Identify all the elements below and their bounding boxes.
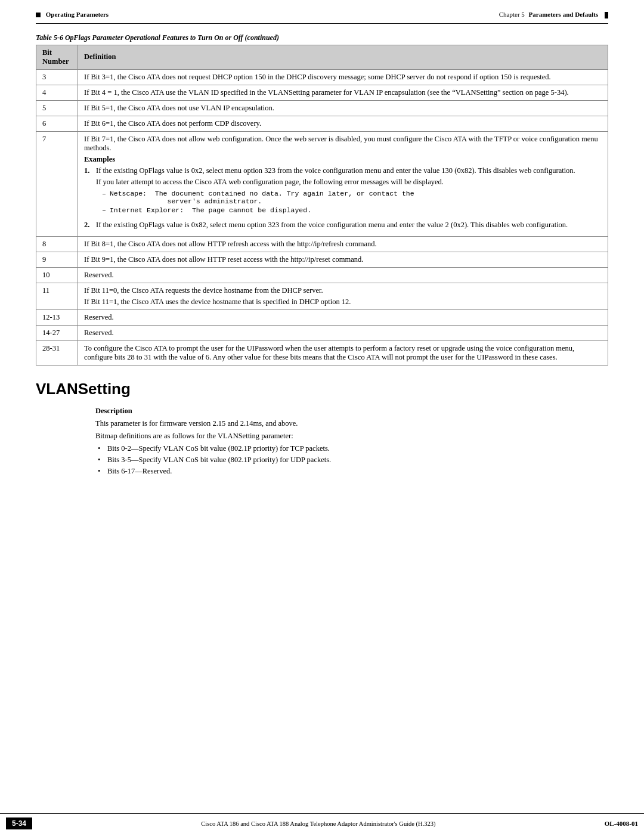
mono-block: – Netscape: The document contained no da… <box>102 190 602 214</box>
item-main-text: If the existing OpFlags value is 0x82, s… <box>96 221 602 230</box>
table-row: 8If Bit 8=1, the Cisco ATA does not allo… <box>36 236 608 252</box>
cell-bit-number: 6 <box>36 116 78 131</box>
item-main-text: If the existing OpFlags value is 0x2, se… <box>96 166 602 175</box>
cell-definition: If Bit 7=1, the Cisco ATA does not allow… <box>78 131 608 236</box>
table-caption: Table 5-6 OpFlags Parameter Operational … <box>36 30 608 45</box>
vlansetting-para1: This parameter is for firmware version 2… <box>95 419 608 428</box>
item-number: 2. <box>84 221 95 230</box>
cell-bit-number: 14-27 <box>36 325 78 340</box>
footer-right-text: OL-4008-01 <box>605 820 638 827</box>
main-table: Bit Number Definition 3If Bit 3=1, the C… <box>36 45 608 366</box>
footer-center-text: Cisco ATA 186 and Cisco ATA 188 Analog T… <box>44 820 593 827</box>
page-footer: 5-34 Cisco ATA 186 and Cisco ATA 188 Ana… <box>0 813 644 833</box>
footer-page-number: 5-34 <box>6 817 32 829</box>
cell-bit-number: 28-31 <box>36 340 78 365</box>
cell-bit-number: 8 <box>36 236 78 252</box>
cell-definition: If Bit 6=1, the Cisco ATA does not perfo… <box>78 116 608 131</box>
cell-bit-number: 11 <box>36 283 78 309</box>
cell-definition: To configure the Cisco ATA to prompt the… <box>78 340 608 365</box>
vlansetting-para2: Bitmap definitions are as follows for th… <box>95 432 608 441</box>
bullet-item: Bits 6-17—Reserved. <box>95 467 608 476</box>
header-square-icon <box>36 13 41 17</box>
item-content: If the existing OpFlags value is 0x82, s… <box>96 221 602 230</box>
chapter-label: Chapter 5 <box>499 11 525 18</box>
header-right: Chapter 5 Parameters and Defaults <box>499 11 608 18</box>
numbered-item: 2.If the existing OpFlags value is 0x82,… <box>84 221 602 230</box>
cell-definition: Reserved. <box>78 325 608 340</box>
item-content: If the existing OpFlags value is 0x2, se… <box>96 166 602 217</box>
bullet-item: Bits 0-2—Specify VLAN CoS bit value (802… <box>95 444 608 453</box>
cell-bit-number: 5 <box>36 100 78 116</box>
item-number: 1. <box>84 166 95 217</box>
cell-para: If Bit 11=1, the Cisco ATA uses the devi… <box>84 298 602 306</box>
cell-definition: If Bit 3=1, the Cisco ATA does not reque… <box>78 69 608 85</box>
content-area: Table 5-6 OpFlags Parameter Operational … <box>0 24 644 490</box>
table-row: 28-31To configure the Cisco ATA to promp… <box>36 340 608 365</box>
header-section-label: Operating Parameters <box>46 11 109 18</box>
cell-definition: Reserved. <box>78 267 608 283</box>
cell-bit-number: 3 <box>36 69 78 85</box>
chapter-title: Parameters and Defaults <box>529 11 599 18</box>
table-row: 7If Bit 7=1, the Cisco ATA does not allo… <box>36 131 608 236</box>
cell-bit-number: 12-13 <box>36 309 78 325</box>
col-bit-number: Bit Number <box>36 45 78 69</box>
table-row: 5If Bit 5=1, the Cisco ATA does not use … <box>36 100 608 116</box>
cell-definition: If Bit 4 = 1, the Cisco ATA use the VLAN… <box>78 85 608 100</box>
cell-definition: If Bit 8=1, the Cisco ATA does not allow… <box>78 236 608 252</box>
table-row: 3If Bit 3=1, the Cisco ATA does not requ… <box>36 69 608 85</box>
table-row: 9If Bit 9=1, the Cisco ATA does not allo… <box>36 252 608 267</box>
table-body: 3If Bit 3=1, the Cisco ATA does not requ… <box>36 69 608 365</box>
table-row: 11If Bit 11=0, the Cisco ATA requests th… <box>36 283 608 309</box>
mono-line: – Netscape: The document contained no da… <box>102 190 602 205</box>
mono-line: – Internet Explorer: The page cannot be … <box>102 206 602 214</box>
table-header-row: Bit Number Definition <box>36 45 608 69</box>
table-row: 4If Bit 4 = 1, the Cisco ATA use the VLA… <box>36 85 608 100</box>
examples-heading: Examples <box>84 155 602 164</box>
bullet-item: Bits 3-5—Specify VLAN CoS bit value (802… <box>95 456 608 465</box>
page-header: Operating Parameters Chapter 5 Parameter… <box>0 0 644 22</box>
examples-intro: If Bit 7=1, the Cisco ATA does not allow… <box>84 135 602 153</box>
vlansetting-title: VLANSetting <box>36 380 608 398</box>
cell-definition: If Bit 9=1, the Cisco ATA does not allow… <box>78 252 608 267</box>
col-definition: Definition <box>78 45 608 69</box>
cell-definition: If Bit 5=1, the Cisco ATA does not use V… <box>78 100 608 116</box>
header-rule-bar <box>605 12 608 18</box>
vlansetting-section: VLANSetting Description This parameter i… <box>36 380 608 476</box>
mono-dash: – <box>102 190 106 197</box>
cell-definition: If Bit 11=0, the Cisco ATA requests the … <box>78 283 608 309</box>
table-row: 14-27Reserved. <box>36 325 608 340</box>
mono-dash: – <box>102 206 106 214</box>
cell-bit-number: 10 <box>36 267 78 283</box>
bullet-list: Bits 0-2—Specify VLAN CoS bit value (802… <box>95 444 608 476</box>
item-followup: If you later attempt to access the Cisco… <box>96 178 602 187</box>
page-container: Operating Parameters Chapter 5 Parameter… <box>0 0 644 833</box>
table-row: 10Reserved. <box>36 267 608 283</box>
description-heading: Description <box>95 407 608 416</box>
description-area: Description This parameter is for firmwa… <box>36 407 608 476</box>
cell-para: If Bit 11=0, the Cisco ATA requests the … <box>84 286 602 295</box>
table-row: 12-13Reserved. <box>36 309 608 325</box>
cell-definition: Reserved. <box>78 309 608 325</box>
numbered-item: 1.If the existing OpFlags value is 0x2, … <box>84 166 602 217</box>
table-row: 6If Bit 6=1, the Cisco ATA does not perf… <box>36 116 608 131</box>
cell-bit-number: 9 <box>36 252 78 267</box>
cell-bit-number: 4 <box>36 85 78 100</box>
mono-text: Internet Explorer: The page cannot be di… <box>110 206 311 214</box>
cell-bit-number: 7 <box>36 131 78 236</box>
mono-text: Netscape: The document contained no data… <box>110 190 414 205</box>
header-left: Operating Parameters <box>36 11 109 18</box>
